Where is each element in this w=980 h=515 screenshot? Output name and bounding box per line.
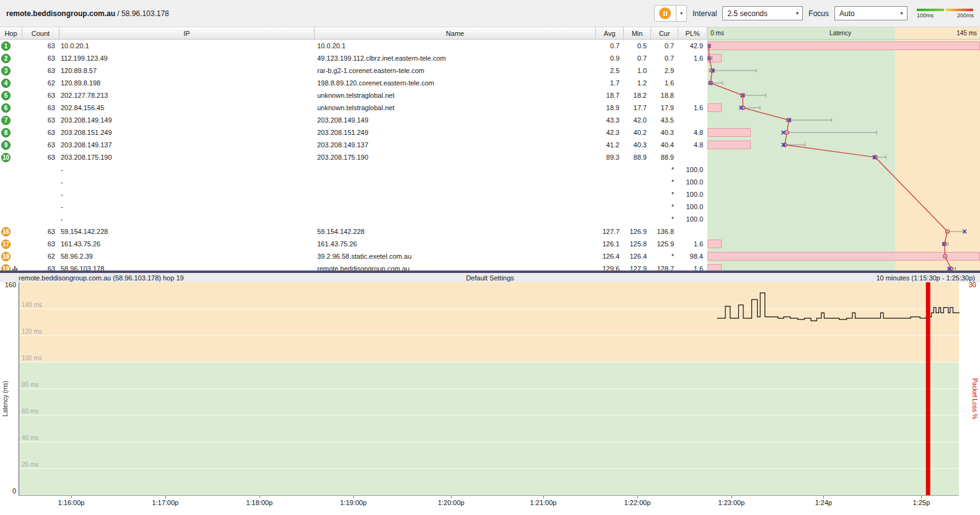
avg-cell: 2.5: [596, 64, 624, 77]
cur-cell: 2.9: [651, 64, 678, 77]
name-cell: [315, 188, 596, 201]
target-host: remote.beddisongroup.com.au: [6, 9, 115, 18]
count-cell: 63: [22, 262, 59, 270]
packet-loss-cell: 42.9: [678, 40, 707, 52]
latency-graph-cell: [707, 89, 980, 102]
latency-graph-cell: [707, 77, 980, 89]
target-ip: / 58.96.103.178: [115, 9, 169, 18]
hop-row[interactable]: - * 100.0: [0, 213, 980, 225]
col-header-packet-loss[interactable]: PL%: [678, 27, 707, 39]
min-cell: 127.9: [624, 262, 651, 270]
timeline-header: remote.beddisongroup.com.au (58.96.103.1…: [0, 273, 980, 282]
ip-cell: 202.127.78.213: [59, 89, 315, 102]
min-cell: 0.7: [624, 52, 651, 64]
hop-row[interactable]: 9 63 203.208.149.137 203.208.149.137 41.…: [0, 139, 980, 151]
pause-dropdown-button[interactable]: ▼: [676, 5, 687, 22]
timeline-range-label[interactable]: 10 minutes (1:15:30p - 1:25:30p): [876, 274, 975, 282]
interval-label: Interval: [693, 9, 717, 18]
x-axis-time-label: 1:17:00p: [152, 499, 178, 506]
count-cell: 63: [22, 40, 59, 52]
packet-loss-cell: 98.4: [678, 250, 707, 262]
ip-cell: 120.89.8.57: [59, 64, 315, 77]
col-header-min[interactable]: Min: [624, 27, 651, 39]
avg-cell: 42.3: [596, 126, 624, 139]
avg-cell: [596, 213, 624, 225]
hop-row[interactable]: 7 63 203.208.149.149 203.208.149.149 43.…: [0, 114, 980, 126]
col-header-ip[interactable]: IP: [59, 27, 315, 39]
name-cell: 39.2.96.58.static.exetel.com.au: [315, 250, 596, 262]
count-cell: [22, 201, 59, 213]
hop-row[interactable]: 19 63 58.96.103.178 remote.beddisongroup…: [0, 262, 980, 270]
ip-cell: -: [59, 213, 315, 225]
hop-row[interactable]: - * 100.0: [0, 201, 980, 213]
focus-label: Focus: [808, 9, 829, 18]
hop-row[interactable]: 2 63 112.199.123.49 49.123.199.112.clbrz…: [0, 52, 980, 64]
col-header-cur[interactable]: Cur: [651, 27, 678, 39]
svg-text:60 ms: 60 ms: [22, 408, 38, 415]
col-header-name[interactable]: Name: [315, 27, 596, 39]
latency-graph-cell: [707, 64, 980, 77]
latency-scale-min: 0 ms: [711, 30, 724, 37]
packet-loss-cell: 1.6: [678, 238, 707, 250]
timeline-plot-area[interactable]: 140 ms120 ms100 ms80 ms60 ms40 ms20 ms: [19, 282, 959, 495]
latency-graph-cell: [707, 262, 980, 270]
ip-cell: 203.208.175.190: [59, 151, 315, 163]
x-axis-tick: [260, 496, 260, 498]
avg-cell: 41.2: [596, 139, 624, 151]
name-cell: 161.43.75.26: [315, 238, 596, 250]
hop-row[interactable]: 4 62 120.89.8.198 198.8.89.120.corenet.e…: [0, 77, 980, 89]
packet-loss-cell: 100.0: [678, 163, 707, 176]
hop-row[interactable]: - * 100.0: [0, 188, 980, 201]
packet-loss-axis-label: Packet Loss %: [971, 378, 978, 419]
red-scale-strip: [946, 9, 973, 11]
focus-select[interactable]: Auto ▼: [834, 6, 908, 20]
count-cell: [22, 188, 59, 201]
hop-row[interactable]: 5 63 202.127.78.213 unknown.telstragloba…: [0, 89, 980, 102]
hop-row[interactable]: 17 63 161.43.75.26 161.43.75.26 126.1 12…: [0, 238, 980, 250]
hop-row[interactable]: 3 63 120.89.8.57 rar-b.g2-1.corenet.east…: [0, 64, 980, 77]
svg-text:80 ms: 80 ms: [22, 381, 38, 388]
hop-row[interactable]: 10 63 203.208.175.190 203.208.175.190 89…: [0, 151, 980, 163]
toolbar-controls: ▼ Interval 2.5 seconds ▼ Focus Auto ▼ 10…: [654, 5, 974, 22]
col-header-latency[interactable]: 0 ms Latency 145 ms: [707, 27, 980, 39]
name-cell: 198.8.89.120.corenet.eastern-tele.com: [315, 77, 596, 89]
hop-row[interactable]: - * 100.0: [0, 163, 980, 176]
x-axis-time-label: 1:24p: [815, 499, 833, 506]
hop-row[interactable]: 8 63 203.208.151.249 203.208.151.249 42.…: [0, 126, 980, 139]
hop-row[interactable]: 1 63 10.0.20.1 10.0.20.1 0.7 0.5 0.7 42.…: [0, 40, 980, 52]
hop-row[interactable]: - * 100.0: [0, 176, 980, 188]
svg-text:20 ms: 20 ms: [22, 461, 38, 468]
pause-button[interactable]: [654, 5, 676, 22]
avg-cell: [596, 176, 624, 188]
avg-cell: 43.3: [596, 114, 624, 126]
cur-cell: *: [651, 163, 678, 176]
count-cell: 63: [22, 151, 59, 163]
cur-cell: 136.8: [651, 225, 678, 238]
interval-select[interactable]: 2.5 seconds ▼: [722, 6, 803, 20]
hop-row[interactable]: 6 63 202.84.156.45 unknown.telstraglobal…: [0, 102, 980, 114]
col-header-hop[interactable]: Hop: [0, 27, 22, 39]
name-cell: [315, 213, 596, 225]
min-cell: [624, 188, 651, 201]
ip-cell: -: [59, 201, 315, 213]
name-cell: [315, 201, 596, 213]
ip-cell: 120.89.8.198: [59, 77, 315, 89]
packet-loss-bar: [707, 103, 722, 112]
hop-number-badge: 10: [1, 153, 11, 162]
hop-row[interactable]: 16 63 59.154.142.228 59.154.142.228 127.…: [0, 225, 980, 238]
hop-row[interactable]: 18 62 58.96.2.39 39.2.96.58.static.exete…: [0, 250, 980, 262]
timeline-settings-label[interactable]: Default Settings: [0, 274, 980, 282]
latency-axis-min: 0: [0, 487, 16, 495]
name-cell: unknown.telstraglobal.net: [315, 102, 596, 114]
col-header-avg[interactable]: Avg: [596, 27, 624, 39]
latency-graph-cell: [707, 163, 980, 176]
cur-cell: *: [651, 250, 678, 262]
packet-loss-cell: [678, 77, 707, 89]
ip-cell: 10.0.20.1: [59, 40, 315, 52]
latency-graph-cell: [707, 213, 980, 225]
col-header-count[interactable]: Count: [22, 27, 59, 39]
count-cell: 63: [22, 225, 59, 238]
packet-loss-cell: 1.6: [678, 262, 707, 270]
packet-loss-cell: [678, 114, 707, 126]
pause-icon: [659, 7, 671, 19]
